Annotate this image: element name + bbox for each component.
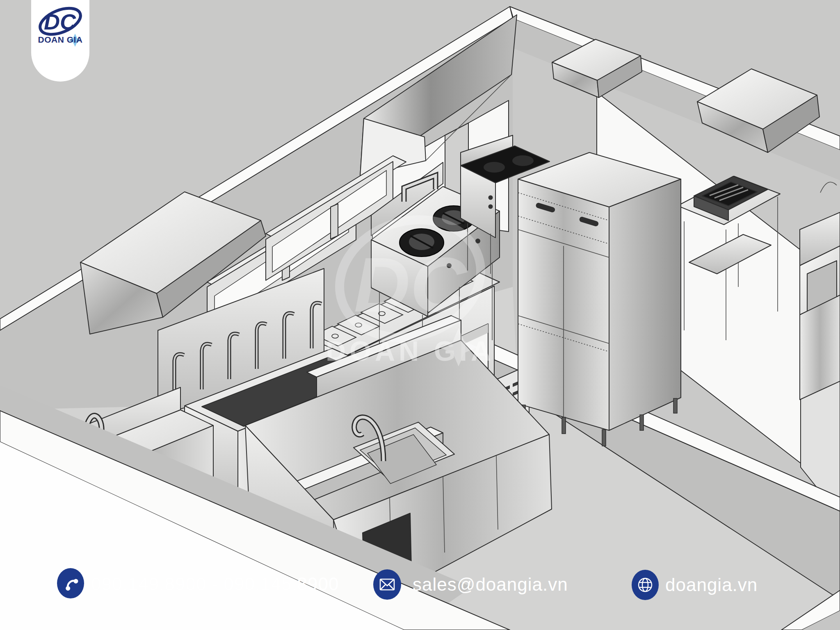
watermark-brand: DOAN GIA [326,335,495,366]
badge-brand-name: DOAN GIA [38,35,83,44]
four-door-upright-refrigerator [518,152,681,446]
kitchen-render-poster: DC DOAN GIA DC DOAN GIA 090.149.8900 - 0… [0,0,840,630]
email-address: sales@doangia.vn [413,574,568,594]
kitchen-3d-scene: DC DOAN GIA DC DOAN GIA 090.149.8900 - 0… [0,0,840,630]
phone-number: 090.149.8900 - 090.145.8900 [91,574,339,594]
website-url: doangia.vn [665,575,758,595]
phone-icon-circle [57,568,84,598]
logo-monogram: DC [44,9,76,34]
email-icon-circle [373,569,401,600]
brand-badge: DC DOAN GIA [31,0,89,82]
website-icon-circle [632,570,659,600]
watermark-monogram: DC [354,241,468,328]
